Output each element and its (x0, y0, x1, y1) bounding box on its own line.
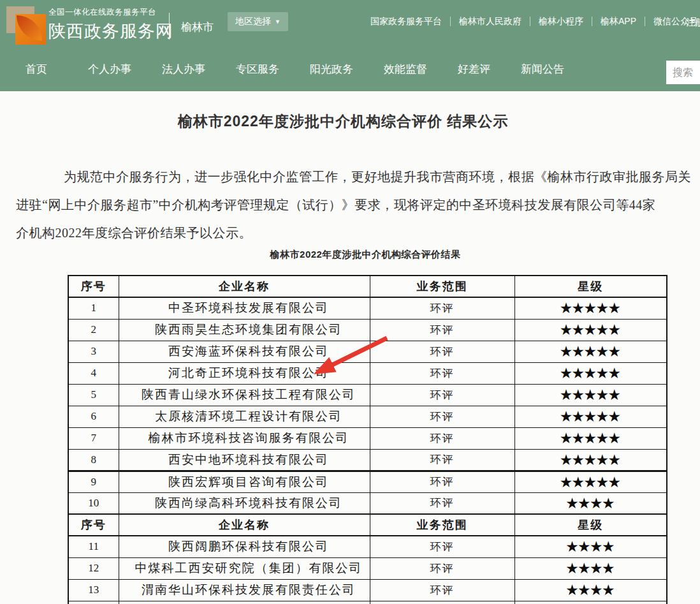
nav-item[interactable]: 首页 (26, 62, 47, 77)
serial-cell: 13 (68, 579, 119, 601)
table-header-row: 序号企业名称业务范围星级 (68, 276, 667, 297)
brand-block: 全国一体化在线政务服务平台 陕西政务服务网 (48, 7, 173, 43)
top-link[interactable]: 榆林小程序 (530, 17, 592, 26)
column-header: 星级 (514, 276, 667, 297)
star-rating-cell: ★★★★★ (514, 362, 667, 384)
company-name-cell: 陕西阔鹏环保科技有限公司 (119, 536, 370, 557)
table-row: 6太原核清环境工程设计有限公司环评★★★★★ (68, 406, 667, 427)
nav-item[interactable]: 法人办事 (162, 62, 205, 77)
company-name-cell: 西安海蓝环保科技有限公司 (119, 341, 370, 362)
table-row: 4河北奇正环境科技有限公司环评★★★★★ (68, 362, 667, 384)
business-scope-cell: 环评 (370, 536, 514, 557)
column-header: 企业名称 (119, 514, 370, 536)
business-scope-cell: 环评 (370, 471, 514, 492)
nav-item[interactable]: 阳光政务 (310, 62, 353, 77)
company-name-cell: 西安中地环境科技有限公司 (119, 449, 370, 471)
table-row: 1中圣环境科技发展有限公司环评★★★★★ (68, 297, 667, 319)
table-row: 7榆林市环境科技咨询服务有限公司环评★★★★★ (68, 427, 667, 449)
serial-cell: 7 (68, 427, 119, 449)
nav-item[interactable]: 专区服务 (236, 62, 279, 77)
table-row: 12中煤科工西安研究院（集团）有限公司环评★★★★ (68, 557, 667, 579)
register-link[interactable]: 注册 (686, 17, 700, 29)
serial-cell: 5 (68, 384, 119, 406)
company-name-cell: 陕西青山绿水环保科技工程有限公司 (119, 384, 370, 406)
business-scope-cell: 环评 (370, 384, 514, 406)
business-scope-cell: 环评 (370, 319, 514, 341)
nav-item[interactable]: 新闻公告 (521, 62, 564, 77)
business-scope-cell: 环评 (370, 406, 514, 427)
top-links: 国家政务服务平台榆林市人民政府榆林小程序榆林APP微信公众号 (362, 17, 700, 26)
serial-cell: 10 (68, 492, 119, 514)
table-row: 11陕西阔鹏环保科技有限公司环评★★★★ (68, 536, 667, 557)
site-header: 全国一体化在线政务服务平台 陕西政务服务网 榆林市 地区选择 ▼ 国家政务服务平… (0, 0, 700, 91)
business-scope-cell: 环评 (370, 362, 514, 384)
site-name: 陕西政务服务网 (48, 20, 173, 43)
table-row: 5陕西青山绿水环保科技工程有限公司环评★★★★★ (68, 384, 667, 406)
company-name-cell (119, 601, 370, 604)
business-scope-cell (370, 601, 514, 604)
nav-item[interactable]: 效能监督 (384, 62, 427, 77)
serial-cell: 11 (68, 536, 119, 557)
column-header: 业务范围 (370, 276, 514, 297)
star-rating-cell: ★★★★ (514, 492, 667, 514)
table-row: 10陕西尚绿高科环境科技有限公司环评★★★★ (68, 492, 667, 514)
region-select-button[interactable]: 地区选择 ▼ (228, 12, 288, 31)
star-rating-cell: ★★★★ (514, 557, 667, 579)
table-row: 8西安中地环境科技有限公司环评★★★★★ (68, 449, 667, 471)
nav-item[interactable]: 好差评 (458, 62, 490, 77)
star-rating-cell: ★★★★★ (514, 406, 667, 427)
serial-cell: 1 (68, 297, 119, 319)
table-header-row: 序号企业名称业务范围星级 (68, 514, 667, 536)
top-link[interactable]: 国家政务服务平台 (362, 17, 451, 26)
evaluation-table-body: 序号企业名称业务范围星级1中圣环境科技发展有限公司环评★★★★★2陕西雨昊生态环… (68, 276, 667, 604)
serial-cell: 2 (68, 319, 119, 341)
page-title: 榆林市2022年度涉批中介机构综合评价 结果公示 (0, 112, 686, 131)
column-header: 企业名称 (119, 276, 370, 297)
business-scope-cell: 环评 (370, 492, 514, 514)
table-row (68, 601, 667, 604)
star-rating-cell: ★★★★★ (514, 471, 667, 492)
serial-cell: 12 (68, 557, 119, 579)
company-name-cell: 河北奇正环境科技有限公司 (119, 362, 370, 384)
table-row: 9陕西宏辉项目咨询有限公司环评★★★★★ (68, 471, 667, 492)
serial-cell: 4 (68, 362, 119, 384)
notice-paragraph: 为规范中介服务行为，进一步强化中介监管工作，更好地提升我市营商环境，根据《榆林市… (16, 163, 700, 247)
star-rating-cell: ★★★★★ (514, 341, 667, 362)
column-header: 星级 (514, 514, 667, 536)
chevron-down-icon: ▼ (275, 19, 281, 25)
star-rating-cell: ★★★★ (514, 536, 667, 557)
top-link[interactable]: 榆林市人民政府 (451, 17, 530, 26)
main-nav: 首页个人办事法人办事专区服务阳光政务效能监督好差评新闻公告 (26, 62, 564, 77)
notice-document: 榆林市2022年度涉批中介机构综合评价 结果公示 为规范中介服务行为，进一步强化… (0, 91, 700, 604)
business-scope-cell: 环评 (370, 557, 514, 579)
company-name-cell: 榆林市环境科技咨询服务有限公司 (119, 427, 370, 449)
serial-cell: 6 (68, 406, 119, 427)
top-link[interactable]: 榆林APP (592, 17, 645, 26)
column-header: 序号 (68, 514, 119, 536)
company-name-cell: 渭南华山环保科技发展有限责任公司 (119, 579, 370, 601)
star-rating-cell: ★★★★★ (514, 384, 667, 406)
serial-cell: 8 (68, 449, 119, 471)
business-scope-cell: 环评 (370, 579, 514, 601)
star-rating-cell: ★★★★★ (514, 449, 667, 471)
table-caption: 榆林市2022年度涉批中介机构综合评价结果 (0, 249, 700, 261)
star-rating-cell: ★★★★ (514, 579, 667, 601)
star-rating-cell: ★★★★★ (514, 427, 667, 449)
nav-item[interactable]: 个人办事 (88, 62, 131, 77)
platform-subtitle: 全国一体化在线政务服务平台 (48, 7, 173, 18)
column-header: 业务范围 (370, 514, 514, 536)
table-row: 13渭南华山环保科技发展有限责任公司环评★★★★ (68, 579, 667, 601)
paragraph-line: 进驻“网上中介服务超市”中介机构考评管理规定（试行）》要求，现将评定的中圣环境科… (16, 191, 700, 219)
serial-cell: 3 (68, 341, 119, 362)
business-scope-cell: 环评 (370, 341, 514, 362)
search-input[interactable] (666, 61, 700, 84)
serial-cell: 9 (68, 471, 119, 492)
header-divider (169, 13, 170, 40)
star-rating-cell: ★★★★★ (514, 297, 667, 319)
region-select-label: 地区选择 (235, 16, 271, 27)
star-rating-cell (514, 601, 667, 604)
paragraph-line: 为规范中介服务行为，进一步强化中介监管工作，更好地提升我市营商环境，根据《榆林市… (16, 163, 700, 191)
table-row: 2陕西雨昊生态环境集团有限公司环评★★★★★ (68, 319, 667, 341)
company-name-cell: 中圣环境科技发展有限公司 (119, 297, 370, 319)
site-logo (6, 5, 47, 42)
